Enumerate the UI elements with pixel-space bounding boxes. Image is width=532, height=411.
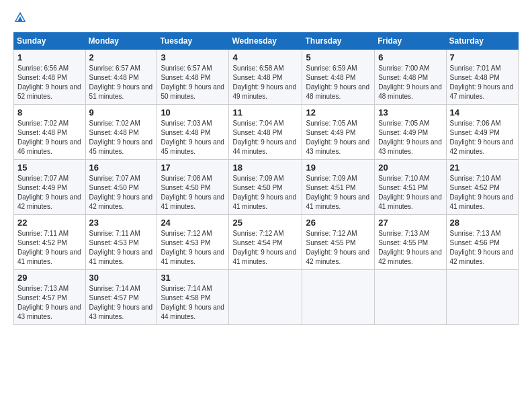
day-detail: Sunrise: 7:11 AMSunset: 4:53 PMDaylight:…	[89, 230, 153, 265]
table-row: 18 Sunrise: 7:09 AMSunset: 4:50 PMDaylig…	[229, 160, 302, 215]
table-row: 31 Sunrise: 7:14 AMSunset: 4:58 PMDaylig…	[157, 270, 229, 325]
day-detail: Sunrise: 7:11 AMSunset: 4:52 PMDaylight:…	[17, 230, 81, 265]
day-number: 15	[17, 163, 82, 173]
day-detail: Sunrise: 7:09 AMSunset: 4:50 PMDaylight:…	[232, 175, 296, 210]
table-row: 12 Sunrise: 7:05 AMSunset: 4:49 PMDaylig…	[302, 105, 375, 160]
day-number: 5	[306, 52, 371, 62]
table-row: 8 Sunrise: 7:02 AMSunset: 4:48 PMDayligh…	[14, 105, 86, 160]
calendar-week-row: 15 Sunrise: 7:07 AMSunset: 4:49 PMDaylig…	[14, 160, 519, 215]
table-row: 19 Sunrise: 7:09 AMSunset: 4:51 PMDaylig…	[302, 160, 375, 215]
day-detail: Sunrise: 7:13 AMSunset: 4:55 PMDaylight:…	[378, 230, 442, 265]
calendar-week-row: 22 Sunrise: 7:11 AMSunset: 4:52 PMDaylig…	[14, 215, 519, 270]
table-row: 6 Sunrise: 7:00 AMSunset: 4:48 PMDayligh…	[375, 50, 446, 105]
col-sunday: Sunday	[14, 33, 86, 50]
day-number: 31	[161, 273, 225, 283]
day-detail: Sunrise: 6:59 AMSunset: 4:48 PMDaylight:…	[306, 64, 369, 100]
day-number: 23	[89, 218, 154, 228]
day-detail: Sunrise: 6:58 AMSunset: 4:48 PMDaylight:…	[232, 64, 296, 100]
day-detail: Sunrise: 6:57 AMSunset: 4:48 PMDaylight:…	[161, 64, 224, 100]
day-detail: Sunrise: 7:07 AMSunset: 4:50 PMDaylight:…	[89, 175, 153, 210]
day-detail: Sunrise: 7:04 AMSunset: 4:48 PMDaylight:…	[232, 120, 296, 155]
calendar-week-row: 8 Sunrise: 7:02 AMSunset: 4:48 PMDayligh…	[14, 105, 519, 160]
day-number: 10	[161, 107, 225, 118]
table-row	[229, 270, 302, 325]
table-row: 23 Sunrise: 7:11 AMSunset: 4:53 PMDaylig…	[85, 215, 157, 270]
day-detail: Sunrise: 7:03 AMSunset: 4:48 PMDaylight:…	[161, 120, 224, 155]
day-number: 1	[17, 52, 82, 62]
table-row	[375, 270, 446, 325]
day-number: 28	[450, 218, 515, 228]
day-detail: Sunrise: 7:07 AMSunset: 4:49 PMDaylight:…	[17, 175, 81, 210]
table-row: 15 Sunrise: 7:07 AMSunset: 4:49 PMDaylig…	[14, 160, 86, 215]
day-number: 4	[232, 52, 298, 62]
day-number: 29	[17, 273, 82, 283]
day-detail: Sunrise: 7:13 AMSunset: 4:56 PMDaylight:…	[450, 230, 514, 265]
table-row: 21 Sunrise: 7:10 AMSunset: 4:52 PMDaylig…	[446, 160, 518, 215]
day-number: 14	[450, 107, 515, 118]
header	[13, 11, 519, 24]
logo	[13, 11, 30, 24]
table-row: 2 Sunrise: 6:57 AMSunset: 4:48 PMDayligh…	[85, 50, 157, 105]
day-number: 18	[232, 163, 298, 173]
day-detail: Sunrise: 7:12 AMSunset: 4:53 PMDaylight:…	[161, 230, 224, 265]
day-number: 25	[232, 218, 298, 228]
day-number: 11	[232, 107, 298, 118]
table-row: 20 Sunrise: 7:10 AMSunset: 4:51 PMDaylig…	[375, 160, 446, 215]
col-wednesday: Wednesday	[229, 33, 302, 50]
day-detail: Sunrise: 7:13 AMSunset: 4:57 PMDaylight:…	[17, 285, 81, 320]
table-row	[446, 270, 518, 325]
table-row: 17 Sunrise: 7:08 AMSunset: 4:50 PMDaylig…	[157, 160, 229, 215]
day-detail: Sunrise: 7:05 AMSunset: 4:49 PMDaylight:…	[306, 120, 369, 155]
table-row: 16 Sunrise: 7:07 AMSunset: 4:50 PMDaylig…	[85, 160, 157, 215]
col-thursday: Thursday	[302, 33, 375, 50]
table-row: 1 Sunrise: 6:56 AMSunset: 4:48 PMDayligh…	[14, 50, 86, 105]
day-detail: Sunrise: 7:01 AMSunset: 4:48 PMDaylight:…	[450, 64, 514, 100]
table-row: 5 Sunrise: 6:59 AMSunset: 4:48 PMDayligh…	[302, 50, 375, 105]
table-row: 26 Sunrise: 7:12 AMSunset: 4:55 PMDaylig…	[302, 215, 375, 270]
day-detail: Sunrise: 7:09 AMSunset: 4:51 PMDaylight:…	[306, 175, 369, 210]
table-row: 9 Sunrise: 7:02 AMSunset: 4:48 PMDayligh…	[85, 105, 157, 160]
table-row: 30 Sunrise: 7:14 AMSunset: 4:57 PMDaylig…	[85, 270, 157, 325]
table-row: 13 Sunrise: 7:05 AMSunset: 4:49 PMDaylig…	[375, 105, 446, 160]
day-number: 6	[378, 52, 442, 62]
calendar-table: Sunday Monday Tuesday Wednesday Thursday…	[13, 32, 519, 325]
day-number: 19	[306, 163, 371, 173]
col-monday: Monday	[85, 33, 157, 50]
day-detail: Sunrise: 7:02 AMSunset: 4:48 PMDaylight:…	[89, 120, 153, 155]
page: Sunday Monday Tuesday Wednesday Thursday…	[0, 0, 532, 411]
table-row: 10 Sunrise: 7:03 AMSunset: 4:48 PMDaylig…	[157, 105, 229, 160]
col-friday: Friday	[375, 33, 446, 50]
table-row: 24 Sunrise: 7:12 AMSunset: 4:53 PMDaylig…	[157, 215, 229, 270]
day-detail: Sunrise: 7:00 AMSunset: 4:48 PMDaylight:…	[378, 64, 442, 100]
day-detail: Sunrise: 7:14 AMSunset: 4:58 PMDaylight:…	[161, 285, 224, 320]
calendar-week-row: 29 Sunrise: 7:13 AMSunset: 4:57 PMDaylig…	[14, 270, 519, 325]
table-row: 14 Sunrise: 7:06 AMSunset: 4:49 PMDaylig…	[446, 105, 518, 160]
day-detail: Sunrise: 6:56 AMSunset: 4:48 PMDaylight:…	[17, 64, 81, 100]
day-number: 9	[89, 107, 154, 118]
day-number: 3	[161, 52, 225, 62]
day-number: 2	[89, 52, 154, 62]
table-row: 27 Sunrise: 7:13 AMSunset: 4:55 PMDaylig…	[375, 215, 446, 270]
table-row: 28 Sunrise: 7:13 AMSunset: 4:56 PMDaylig…	[446, 215, 518, 270]
table-row: 11 Sunrise: 7:04 AMSunset: 4:48 PMDaylig…	[229, 105, 302, 160]
day-detail: Sunrise: 7:08 AMSunset: 4:50 PMDaylight:…	[161, 175, 224, 210]
col-tuesday: Tuesday	[157, 33, 229, 50]
day-number: 24	[161, 218, 225, 228]
table-row: 3 Sunrise: 6:57 AMSunset: 4:48 PMDayligh…	[157, 50, 229, 105]
day-number: 30	[89, 273, 154, 283]
day-detail: Sunrise: 7:10 AMSunset: 4:51 PMDaylight:…	[378, 175, 442, 210]
day-number: 13	[378, 107, 442, 118]
day-detail: Sunrise: 7:05 AMSunset: 4:49 PMDaylight:…	[378, 120, 442, 155]
day-detail: Sunrise: 7:12 AMSunset: 4:55 PMDaylight:…	[306, 230, 369, 265]
table-row: 7 Sunrise: 7:01 AMSunset: 4:48 PMDayligh…	[446, 50, 518, 105]
table-row: 29 Sunrise: 7:13 AMSunset: 4:57 PMDaylig…	[14, 270, 86, 325]
table-row: 4 Sunrise: 6:58 AMSunset: 4:48 PMDayligh…	[229, 50, 302, 105]
col-saturday: Saturday	[446, 33, 518, 50]
day-detail: Sunrise: 6:57 AMSunset: 4:48 PMDaylight:…	[89, 64, 153, 100]
day-number: 17	[161, 163, 225, 173]
general-blue-icon	[13, 11, 27, 24]
day-number: 7	[450, 52, 515, 62]
header-row: Sunday Monday Tuesday Wednesday Thursday…	[14, 33, 519, 50]
table-row: 22 Sunrise: 7:11 AMSunset: 4:52 PMDaylig…	[14, 215, 86, 270]
day-number: 27	[378, 218, 442, 228]
